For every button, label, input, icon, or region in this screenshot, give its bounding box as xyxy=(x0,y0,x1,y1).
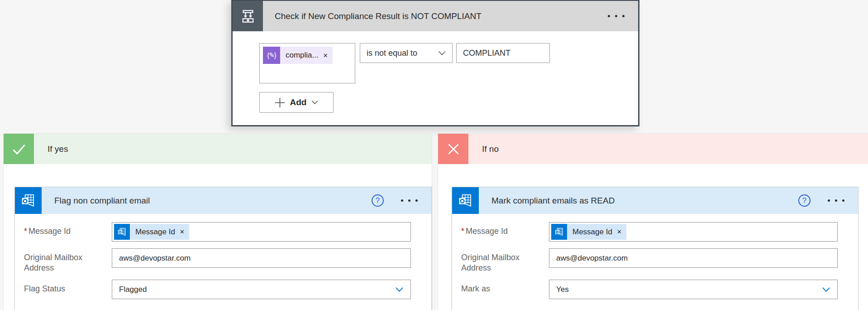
mark-as-value: Yes xyxy=(556,285,569,294)
mailbox-address-input[interactable]: aws@devopstar.com xyxy=(112,248,411,268)
flag-email-action-card: Flag non compliant email ? *Message Id xyxy=(14,187,432,310)
mark-read-action-card: Mark compliant emails as READ ? *Message… xyxy=(452,187,858,310)
if-yes-branch: If yes xyxy=(3,133,432,310)
condition-card: Check if New Compliance Result is NOT CO… xyxy=(231,0,639,126)
required-asterisk: * xyxy=(461,227,464,236)
condition-value-input[interactable]: COMPLIANT xyxy=(456,43,550,63)
outlook-icon xyxy=(452,187,479,214)
check-icon xyxy=(4,134,34,164)
expression-icon: {✎} xyxy=(263,47,280,64)
field-label-text: Original Mailbox Address xyxy=(461,253,520,272)
condition-card-header[interactable]: Check if New Compliance Result is NOT CO… xyxy=(233,1,638,31)
dynamic-content-token[interactable]: {✎} complia... ✕ xyxy=(263,47,333,64)
token-label: complia... xyxy=(280,51,321,60)
flag-status-dropdown[interactable]: Flagged xyxy=(112,280,411,299)
token-dismiss-icon[interactable]: ✕ xyxy=(617,228,622,235)
outlook-icon xyxy=(114,224,130,240)
token-label: Message Id xyxy=(130,228,178,237)
field-label: Original Mailbox Address xyxy=(24,248,112,273)
chevron-down-icon xyxy=(311,100,318,105)
condition-menu-icon[interactable] xyxy=(608,15,625,17)
token-label: Message Id xyxy=(567,228,615,237)
action-menu-icon[interactable] xyxy=(401,199,418,202)
add-condition-button[interactable]: Add xyxy=(259,92,334,113)
action-card-body: *Message Id xyxy=(15,214,431,310)
message-id-token[interactable]: Message Id ✕ xyxy=(114,224,189,240)
field-row-mailbox: Original Mailbox Address aws@devopstar.c… xyxy=(461,248,838,273)
field-label: Original Mailbox Address xyxy=(461,248,549,273)
mailbox-address-value: aws@devopstar.com xyxy=(556,254,628,263)
if-no-label: If no xyxy=(482,144,499,154)
field-label-text: Mark as xyxy=(461,284,490,293)
outlook-icon xyxy=(15,187,42,214)
condition-title: Check if New Compliance Result is NOT CO… xyxy=(275,11,608,21)
operator-value: is not equal to xyxy=(367,48,417,58)
action-card-body: *Message Id xyxy=(452,214,858,310)
if-no-branch: If no xyxy=(438,133,868,310)
field-label: Mark as xyxy=(461,280,549,299)
condition-body: {✎} complia... ✕ is not equal to COMPLIA… xyxy=(233,31,638,125)
field-row-message-id: *Message Id xyxy=(24,222,411,242)
if-yes-label: If yes xyxy=(48,144,68,154)
chevron-down-icon xyxy=(822,287,830,292)
condition-operator-dropdown[interactable]: is not equal to xyxy=(360,43,453,63)
mailbox-address-input[interactable]: aws@devopstar.com xyxy=(549,248,838,268)
message-id-token[interactable]: Message Id ✕ xyxy=(551,224,626,240)
field-label-text: Flag Status xyxy=(24,284,65,293)
mark-as-dropdown[interactable]: Yes xyxy=(549,280,838,299)
plus-icon xyxy=(275,97,285,108)
x-icon xyxy=(438,134,468,164)
condition-row: {✎} complia... ✕ is not equal to COMPLIA… xyxy=(259,43,629,83)
flow-designer-canvas: Check if New Compliance Result is NOT CO… xyxy=(0,0,868,310)
help-icon[interactable]: ? xyxy=(372,194,384,207)
field-row-mailbox: Original Mailbox Address aws@devopstar.c… xyxy=(24,248,411,273)
token-dismiss-icon[interactable]: ✕ xyxy=(323,52,328,59)
message-id-input[interactable]: Message Id ✕ xyxy=(549,222,838,242)
flag-status-value: Flagged xyxy=(119,285,147,294)
chevron-down-icon xyxy=(438,51,446,56)
condition-icon xyxy=(233,1,263,31)
help-icon[interactable]: ? xyxy=(798,194,811,207)
chevron-down-icon xyxy=(395,287,404,292)
field-row-flag-status: Flag Status Flagged xyxy=(24,280,411,299)
field-label: *Message Id xyxy=(24,222,112,242)
field-label: *Message Id xyxy=(461,222,549,242)
action-menu-icon[interactable] xyxy=(828,199,844,202)
mailbox-address-value: aws@devopstar.com xyxy=(119,254,191,263)
field-label-text: Message Id xyxy=(29,227,71,236)
if-yes-body: Flag non compliant email ? *Message Id xyxy=(4,164,432,310)
if-yes-header[interactable]: If yes xyxy=(4,134,432,164)
required-asterisk: * xyxy=(24,227,27,236)
action-card-header[interactable]: Flag non compliant email ? xyxy=(15,187,431,214)
token-dismiss-icon[interactable]: ✕ xyxy=(180,228,185,235)
field-row-message-id: *Message Id xyxy=(461,222,838,242)
field-label: Flag Status xyxy=(24,280,112,299)
condition-operand-input[interactable]: {✎} complia... ✕ xyxy=(259,43,355,83)
outlook-icon xyxy=(551,224,567,240)
field-label-text: Message Id xyxy=(466,227,508,236)
action-card-header[interactable]: Mark compliant emails as READ ? xyxy=(452,187,858,214)
field-row-mark-as: Mark as Yes xyxy=(461,280,838,299)
action-card-title: Flag non compliant email xyxy=(54,196,372,206)
message-id-input[interactable]: Message Id ✕ xyxy=(112,222,411,242)
action-card-title: Mark compliant emails as READ xyxy=(491,196,798,206)
if-no-header[interactable]: If no xyxy=(438,134,868,164)
add-button-label: Add xyxy=(290,97,307,107)
if-no-body: Mark compliant emails as READ ? *Message… xyxy=(438,164,868,310)
condition-value: COMPLIANT xyxy=(463,48,510,58)
field-label-text: Original Mailbox Address xyxy=(24,253,82,272)
